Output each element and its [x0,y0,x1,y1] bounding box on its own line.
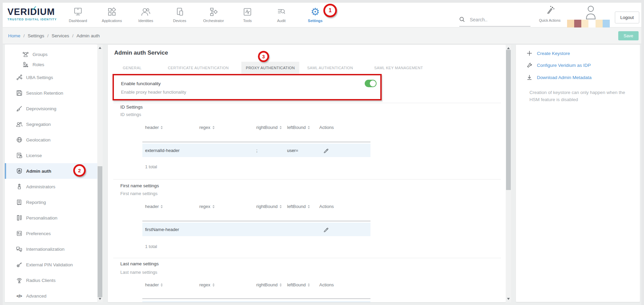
sidebar-item-session-retention[interactable]: Session Retention [5,85,97,101]
devices-icon [175,6,184,18]
sidebar-item-internationalization[interactable]: A Internationalization [5,241,97,257]
section-subtitle: First name settings [120,191,158,196]
scrollbar-thumb[interactable] [506,50,511,190]
nav-item-identities[interactable]: Identities [129,3,163,27]
sidebar-item-label: Segregation [26,122,51,127]
sort-icon [308,126,310,129]
admin-auth-service-panel: Admin auth Service GENERAL CERTIFICATE A… [108,45,506,302]
tab-general[interactable]: GENERAL [115,62,149,74]
column-leftbound[interactable]: leftBound [287,282,310,287]
nav-item-tools[interactable]: Tools [230,3,264,27]
nav-item-orchestrator[interactable]: Orchestrator [197,3,230,27]
breadcrumb-settings[interactable]: Settings [28,33,44,38]
column-header[interactable]: header [145,282,163,287]
enable-functionality-description: Enable proxy header functionality [121,90,186,95]
settings-gear-icon: ⚙ [311,6,320,18]
nav-item-audit[interactable]: Audit [264,3,298,27]
toggle-knob [370,80,376,87]
tab-saml-authentication[interactable]: SAML AUTHENTICATION [296,62,364,74]
sidebar-scrollbar[interactable] [97,44,103,302]
scroll-up-arrow[interactable] [507,47,510,49]
table-row[interactable]: externalId-header ; user= [142,144,370,157]
sidebar-item-label: Personalisation [26,215,57,221]
sort-icon [280,205,282,208]
main-content-scrollbar[interactable] [506,45,511,302]
personalisation-icon [16,215,22,221]
column-header[interactable]: header [145,125,163,130]
logout-button[interactable]: Logout [615,12,639,23]
sidebar-item-uba-settings[interactable]: UBA Settings [5,70,97,85]
nav-item-devices[interactable]: Devices [163,3,197,27]
tab-saml-key-management[interactable]: SAML KEY MANAGEMENT [365,62,432,74]
edit-pencil-icon[interactable] [323,227,328,232]
sidebar-item-radius-clients[interactable]: Radius Clients [5,272,97,288]
sort-icon [161,283,163,287]
column-rightbound[interactable]: rightBound [256,125,282,130]
edit-pencil-icon[interactable] [323,148,328,153]
column-leftbound[interactable]: leftBound [287,125,310,130]
sidebar-item-label: UBA Settings [26,75,53,80]
sidebar-item-label: Internationalization [26,247,64,252]
sidebar-item-label: Advanced [26,293,46,299]
download-icon [526,75,532,80]
administrators-icon [16,184,22,190]
tab-certificate-authentication[interactable]: CERTIFICATE AUTHENTICATION [159,62,238,74]
column-rightbound[interactable]: rightBound [256,204,282,209]
column-header[interactable]: header [145,204,163,209]
nav-item-applications[interactable]: Applications [95,3,129,27]
column-regex[interactable]: regex [199,204,215,209]
configure-idp-link[interactable]: Configure Veridium as IDP [526,60,591,70]
radius-clients-icon [16,277,22,284]
download-admin-metadata-link[interactable]: Download Admin Metadata [526,72,591,82]
sidebar-item-deprovisioning[interactable]: Deprovisioning [5,101,97,116]
column-leftbound[interactable]: leftBound [287,204,310,209]
tab-proxy-authentication[interactable]: PROXY AUTHENTICATION [241,62,299,74]
scroll-up-arrow[interactable] [99,47,101,49]
row-total: 1 total [145,244,157,249]
internationalization-icon: A [16,246,22,252]
table-header-row: header regex rightBound leftBound Action… [142,125,370,131]
sidebar-item-license[interactable]: License [5,148,97,163]
scroll-down-arrow[interactable] [99,298,101,300]
column-regex[interactable]: regex [199,125,215,130]
breadcrumb-admin-auth: Admin auth [77,33,100,38]
table-top-border [142,299,370,299]
breadcrumb-services[interactable]: Services [52,33,69,38]
keystore-actions-panel: Create Keystore Configure Veridium as ID… [516,45,640,302]
sidebar-item-preferences[interactable]: Preferences [5,226,97,241]
save-button[interactable]: Save [618,31,639,40]
enable-functionality-toggle[interactable] [365,80,377,87]
column-actions: Actions [319,204,334,209]
deprovisioning-broom-icon [16,106,22,112]
scrollbar-thumb[interactable] [98,166,102,297]
sidebar-item-advanced[interactable]: </> Advanced [5,288,97,302]
table-row[interactable]: firstName-header [142,223,370,236]
scroll-down-arrow[interactable] [507,298,510,300]
sidebar-item-administrators[interactable]: Administrators [5,179,97,194]
sidebar-item-roles[interactable]: Roles [5,59,97,70]
search-input[interactable] [469,17,523,23]
sidebar-item-geolocation[interactable]: Geolocation [5,132,97,148]
sidebar-item-external-pin-validation[interactable]: External PIN Validation [5,257,97,272]
annotation-circle-1: 1 [323,4,337,17]
column-regex[interactable]: regex [199,282,215,287]
sidebar-item-label: Session Retention [26,91,63,96]
column-rightbound[interactable]: rightBound [256,282,282,287]
create-keystore-link[interactable]: Create Keystore [526,48,570,58]
logo-tagline: TRUSTED DIGITAL IDENTITY [7,18,65,21]
sidebar-item-groups[interactable]: Groups [5,49,97,59]
sidebar-item-segregation[interactable]: Segregation [5,116,97,132]
veridium-logo: VERIDIUM ✓ TRUSTED DIGITAL IDENTITY [7,7,65,21]
breadcrumb-home-link[interactable]: Home [8,33,20,38]
plus-icon [526,51,532,56]
sidebar-item-label: License [26,153,42,158]
section-title-id-settings: ID Settings [120,104,143,110]
sidebar-item-reporting[interactable]: Reporting [5,194,97,210]
search-field[interactable] [459,13,530,26]
sidebar-item-personalisation[interactable]: Personalisation [5,210,97,226]
quick-actions[interactable]: Quick Actions [531,5,568,22]
quick-actions-label: Quick Actions [531,18,568,22]
edit-action-cell [319,223,328,236]
nav-item-dashboard[interactable]: Dashboard [61,3,95,27]
user-avatar-icon[interactable] [585,5,597,20]
